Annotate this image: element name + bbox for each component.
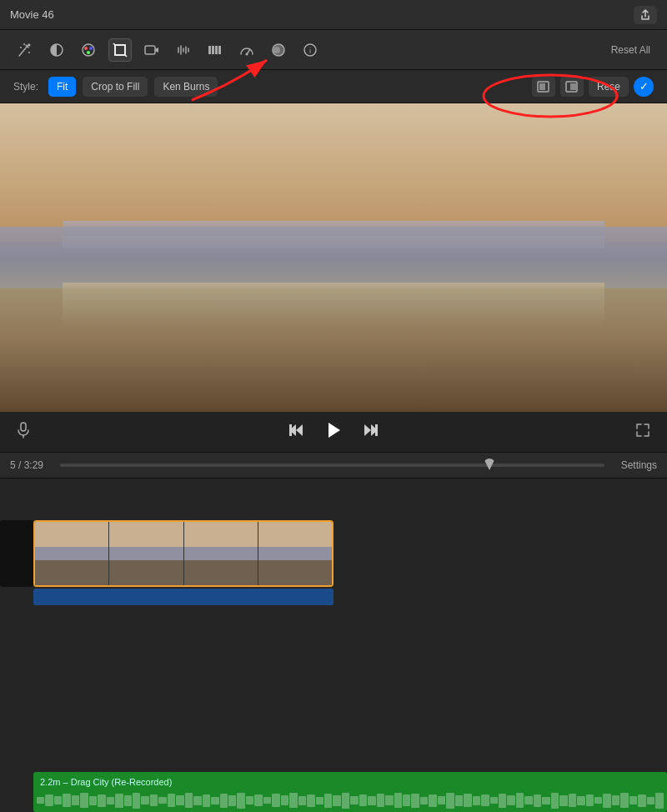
magic-wand-icon[interactable] <box>13 38 37 62</box>
svg-rect-9 <box>115 45 125 55</box>
style-bar: Style: Fit Crop to Fill Ken Burns Rese ✓ <box>0 70 667 103</box>
svg-rect-12 <box>145 46 155 54</box>
svg-rect-27 <box>21 423 26 431</box>
settings-button[interactable]: Settings <box>621 459 657 471</box>
start-frame-button[interactable] <box>532 77 555 97</box>
svg-rect-26 <box>570 83 576 90</box>
fullscreen-button[interactable] <box>635 423 650 441</box>
play-button[interactable] <box>324 421 343 444</box>
svg-point-20 <box>273 47 280 53</box>
svg-rect-13 <box>208 46 211 54</box>
crop-icon[interactable] <box>108 38 132 62</box>
svg-text:i: i <box>309 47 311 55</box>
waveform <box>33 792 667 809</box>
speedometer-icon[interactable] <box>235 38 258 62</box>
filter-icon[interactable] <box>267 38 290 62</box>
music-track[interactable]: 2.2m – Drag City (Re-Recorded) <box>33 772 667 812</box>
share-icon <box>639 9 651 21</box>
clip-thumb-4 <box>258 522 332 585</box>
svg-point-6 <box>84 47 88 50</box>
svg-point-7 <box>89 47 93 50</box>
clip-thumb-1 <box>35 522 109 585</box>
titles-icon[interactable] <box>203 38 227 62</box>
clip-thumb-2 <box>109 522 183 585</box>
svg-line-11 <box>125 55 127 57</box>
crop-to-fill-button[interactable]: Crop to Fill <box>83 77 148 97</box>
title-bar: Movie 46 <box>0 0 667 30</box>
end-frame-button[interactable] <box>560 77 584 97</box>
style-bar-right: Rese ✓ <box>532 77 654 97</box>
time-display: 5 / 3:29 <box>10 459 43 471</box>
color-correct-icon[interactable] <box>45 38 68 62</box>
audio-icon[interactable] <box>172 38 195 62</box>
svg-point-1 <box>20 47 22 48</box>
svg-rect-15 <box>215 46 218 54</box>
video-audio-track <box>33 589 334 605</box>
wet-sand <box>63 288 604 325</box>
beach-scene <box>0 103 667 412</box>
info-icon[interactable]: i <box>298 38 322 62</box>
toolbar: i Reset All <box>0 30 667 70</box>
svg-point-2 <box>28 52 30 53</box>
svg-point-8 <box>87 51 90 54</box>
timeline-scrubber[interactable] <box>60 464 604 467</box>
clip-thumb-3 <box>184 522 258 585</box>
playback-controls <box>0 412 667 452</box>
video-clip[interactable] <box>33 520 334 605</box>
color-palette-icon[interactable] <box>77 38 100 62</box>
timeline-header-space <box>0 479 667 520</box>
forward-button[interactable] <box>363 422 379 443</box>
video-frame <box>0 103 667 412</box>
tracks-area <box>0 520 667 605</box>
camera-icon[interactable] <box>140 38 163 62</box>
svg-rect-16 <box>218 46 221 54</box>
timeline-bar: 5 / 3:29 Settings <box>0 452 667 479</box>
svg-rect-14 <box>212 46 214 54</box>
black-clip[interactable] <box>0 520 33 587</box>
fit-button[interactable]: Fit <box>48 77 76 97</box>
clip-thumbnail-strip <box>33 520 334 587</box>
timeline-thumb[interactable] <box>484 459 495 470</box>
timeline-section: 2.2m – Drag City (Re-Recorded) <box>0 479 667 812</box>
music-track-label: 2.2m – Drag City (Re-Recorded) <box>40 777 172 787</box>
microphone-button[interactable] <box>17 422 30 443</box>
svg-rect-24 <box>539 83 545 90</box>
preview-section <box>0 103 667 452</box>
confirm-button[interactable]: ✓ <box>634 77 654 97</box>
app-window: Movie 46 <box>0 0 667 812</box>
svg-point-18 <box>246 53 248 55</box>
style-label: Style: <box>13 81 38 93</box>
svg-line-10 <box>113 43 115 45</box>
ken-burns-button[interactable]: Ken Burns <box>154 77 218 97</box>
video-container <box>0 103 667 412</box>
window-title: Movie 46 <box>10 8 54 21</box>
reset-button[interactable]: Rese <box>589 77 629 97</box>
svg-point-3 <box>23 43 25 45</box>
reset-all-button[interactable]: Reset All <box>611 44 650 56</box>
share-button[interactable] <box>634 6 657 24</box>
rewind-button[interactable] <box>288 422 304 443</box>
svg-point-0 <box>28 43 31 46</box>
